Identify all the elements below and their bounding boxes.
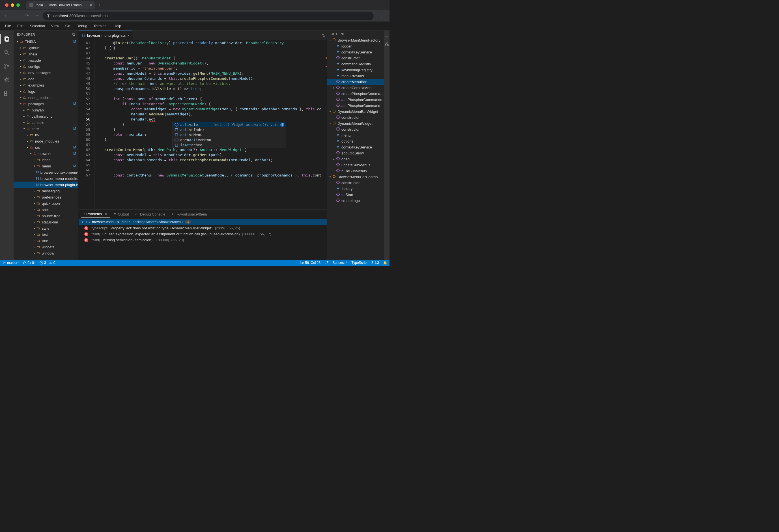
file-tree-folder[interactable]: ▸🗀configs xyxy=(14,63,78,70)
forward-button[interactable]: → xyxy=(13,12,21,19)
panel-tab-problems[interactable]: !Problems× xyxy=(81,211,110,218)
activity-debug[interactable] xyxy=(0,73,14,86)
outline-item[interactable]: contextKeyService xyxy=(327,49,384,55)
outline-item[interactable]: ▾BrowserMenuBarContrib... xyxy=(327,174,384,180)
file-tree-file[interactable]: TSbrowser-menu-plugin.tsM xyxy=(14,182,78,188)
file-tree-folder[interactable]: ▸🗀style xyxy=(14,225,78,231)
problem-row[interactable]: ✕[tslint]Missing semicolon (semicolon)[1… xyxy=(79,237,327,243)
code-line[interactable]: menuBar.addMenu(menuWidget); xyxy=(95,112,323,117)
outline-item[interactable]: createLogo xyxy=(327,198,384,203)
maximize-window[interactable] xyxy=(16,3,20,7)
file-tree-folder[interactable]: ▸🗀test xyxy=(14,231,78,238)
code-line[interactable] xyxy=(95,163,323,168)
site-info-icon[interactable]: ⓘ xyxy=(47,13,50,18)
menubar-item-help[interactable]: Help xyxy=(111,22,124,29)
panel-tab--workspace-theia[interactable]: >_~/workspace/theia xyxy=(169,211,210,218)
code-line[interactable] xyxy=(95,51,323,56)
code-line[interactable]: const menuModel = this.menuProvider.getM… xyxy=(95,153,323,158)
window-controls[interactable] xyxy=(2,3,23,7)
outline-item[interactable]: buildSubMenus xyxy=(327,168,384,174)
file-tree-folder[interactable]: ▸🗀quick-open xyxy=(14,200,78,206)
code-line[interactable]: createMenuBar(): MenuBarWidget { xyxy=(95,56,323,61)
menubar-item-selection[interactable]: Selection xyxy=(27,22,48,29)
split-editor-icon[interactable]: ⇅ xyxy=(322,34,325,38)
file-tree-folder[interactable]: ▸🗀node_modules xyxy=(14,95,78,101)
outline-item[interactable]: constructor xyxy=(327,126,384,132)
menubar-item-edit[interactable]: Edit xyxy=(14,22,26,29)
code-line[interactable]: const menuBar = new DynamicMenuBarWidget… xyxy=(95,61,323,66)
file-tree-folder[interactable]: ▾🗀browserM xyxy=(14,151,78,157)
file-tree-folder[interactable]: ▸🗀source-tree xyxy=(14,213,78,219)
code-line[interactable]: const menuModel = this.menuProvider.getM… xyxy=(95,71,323,76)
outline-item[interactable]: constructor xyxy=(327,180,384,186)
file-tree-folder[interactable]: ▾🗀packagesM xyxy=(14,101,78,107)
new-tab-button[interactable]: + xyxy=(98,2,101,8)
file-tree-file[interactable]: TSbrowser-menu-module.ts xyxy=(14,175,78,182)
outline-item[interactable]: ▸open xyxy=(327,156,384,162)
home-button[interactable]: ⌂ xyxy=(34,12,40,19)
code-line[interactable]: menuBar.id = 'theia:menubar'; xyxy=(95,66,323,71)
outline-item[interactable]: addPhosphorCommand xyxy=(327,103,384,109)
outline-item[interactable]: constructor xyxy=(327,115,384,120)
file-tree-folder[interactable]: ▸🗀status-bar xyxy=(14,219,78,225)
file-tree-folder[interactable]: ▸🗀preferences xyxy=(14,194,78,200)
file-tree-folder[interactable]: ▸🗀.github xyxy=(14,45,78,51)
code-line[interactable]: 💡 menuBar.act xyxy=(95,117,323,122)
status-sync[interactable]: 0↓ 0↑ xyxy=(23,261,36,265)
file-tree-folder[interactable]: ▸🗀tree xyxy=(14,238,78,244)
activity-explorer[interactable] xyxy=(0,33,14,45)
outline-item[interactable]: ▾BrowserMainMenuFactory xyxy=(327,37,384,43)
file-tree-folder[interactable]: ▸🗀bunyan xyxy=(14,107,78,113)
outline-item[interactable]: factory xyxy=(327,186,384,192)
code-line[interactable]: for (const menu of menuModel.children) { xyxy=(95,97,323,102)
reload-button[interactable]: ⟳ xyxy=(24,12,31,20)
outline-item[interactable]: menuProvider xyxy=(327,73,384,79)
suggest-widget[interactable]: activate(method) Widget.activate(): void… xyxy=(173,122,286,148)
panel-tab-output[interactable]: ⚑Output xyxy=(110,211,132,218)
file-tree-folder[interactable]: ▸🗀.vscode xyxy=(14,57,78,63)
explorer-root[interactable]: ▾ 🗀 THEIA M xyxy=(14,39,78,45)
status-branch[interactable]: master* xyxy=(2,261,19,265)
outline-item[interactable]: menu xyxy=(327,132,384,138)
outline-item[interactable]: logger xyxy=(327,43,384,49)
close-panel-tab-icon[interactable]: × xyxy=(105,212,107,216)
file-tree-folder[interactable]: ▸🗀.theia xyxy=(14,51,78,57)
problem-row[interactable]: ✕[typescript]Property 'act' does not exi… xyxy=(79,225,327,231)
file-tree-folder[interactable]: ▸🗀node_modules xyxy=(14,138,78,144)
panel-tab-debug-console[interactable]: ▭Debug Console xyxy=(132,211,168,218)
menubar-item-view[interactable]: View xyxy=(48,22,62,29)
code-line[interactable]: @inject(MenuModelRegistry) protected rea… xyxy=(95,41,323,46)
status-errors[interactable]: ✕ 3 ⚠ 0 xyxy=(40,261,55,265)
outline-item[interactable]: commandRegistry xyxy=(327,61,384,67)
status-cursor[interactable]: Ln 56, Col 28 xyxy=(300,261,320,265)
menubar-item-file[interactable]: File xyxy=(2,22,14,29)
file-tree-folder[interactable]: ▾🗀srcM xyxy=(14,144,78,151)
outline-item[interactable]: createPhosphorComma... xyxy=(327,91,384,97)
file-tree-folder[interactable]: ▸🗀lib xyxy=(14,132,78,138)
file-tree-file[interactable]: TSbrowser-context-menu-r... xyxy=(14,169,78,175)
code-editor[interactable]: 4142434445464748495051525354555657585960… xyxy=(79,41,327,209)
suggest-item[interactable]: activate(method) Widget.activate(): void… xyxy=(173,122,286,127)
outline-item[interactable]: ▾DynamicMenuBarWidget xyxy=(327,109,384,115)
outline-item[interactable]: onStart xyxy=(327,192,384,198)
menubar-item-debug[interactable]: Debug xyxy=(73,22,90,29)
activity-extensions[interactable] xyxy=(0,87,14,100)
close-editor-icon[interactable]: × xyxy=(127,34,129,38)
activity-scm[interactable] xyxy=(0,60,14,72)
file-tree-folder[interactable]: ▸🗀icons xyxy=(14,157,78,163)
suggest-item[interactable]: activeMenu xyxy=(173,132,286,137)
outline-item[interactable]: addPhosphorCommands xyxy=(327,97,384,103)
code-line[interactable]: ) { } xyxy=(95,46,323,51)
outline-item[interactable]: aboutToShow xyxy=(327,150,384,156)
file-tree-folder[interactable]: ▸🗀messaging xyxy=(14,188,78,194)
file-tree-folder[interactable]: ▸🗀shell xyxy=(14,206,78,213)
outline-item[interactable]: ▾DynamicMenuWidget xyxy=(327,120,384,126)
problems-file-row[interactable]: ▾ TS browser-menu-plugin.ts packages/cor… xyxy=(79,219,327,225)
info-icon[interactable]: i xyxy=(280,123,284,127)
menubar-item-terminal[interactable]: Terminal xyxy=(91,22,110,29)
code-line[interactable]: createContextMenu(path: MenuPath, anchor… xyxy=(95,147,323,153)
file-tree-folder[interactable]: ▸🗀dev-packages xyxy=(14,70,78,76)
minimize-window[interactable] xyxy=(11,3,14,7)
file-tree-folder[interactable]: ▾🗀menuM xyxy=(14,163,78,169)
file-tree-folder[interactable]: ▸🗀callhierarchy xyxy=(14,113,78,119)
